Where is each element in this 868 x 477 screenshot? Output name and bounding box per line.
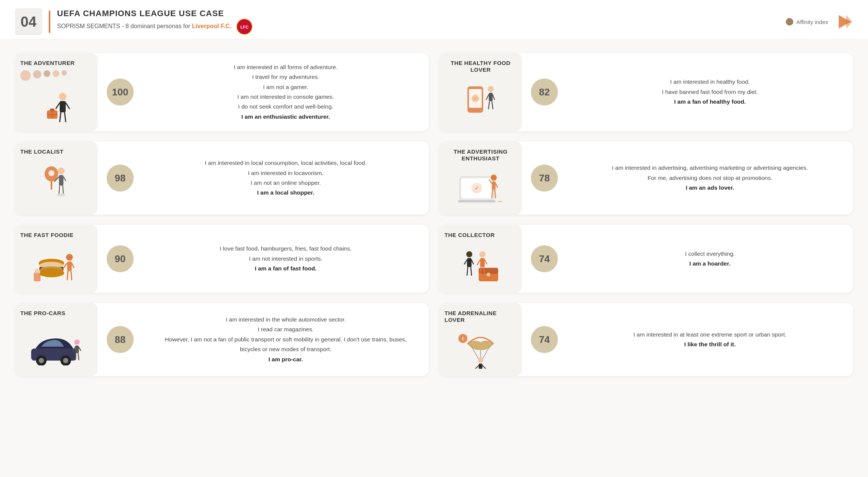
name-fast-foodie: THE FAST FOODIE (20, 232, 74, 238)
card-localist: THE LOCALIST 98 (15, 142, 429, 214)
header: 04 UEFA CHAMPIONS LEAGUE USE CASE SOPRIS… (0, 0, 868, 39)
svg-point-4 (59, 93, 66, 100)
svg-text:✓: ✓ (474, 96, 477, 101)
svg-line-54 (72, 263, 74, 267)
desc-localist: I am interested in local consumption, lo… (143, 149, 429, 207)
svg-rect-59 (37, 269, 38, 274)
score-fast-foodie: 90 (107, 245, 134, 272)
svg-line-93 (482, 365, 485, 368)
desc-fast-foodie: I love fast food, hamburgers, fries, fas… (143, 235, 429, 282)
svg-point-63 (487, 273, 490, 276)
name-pro-cars: THE PRO-CARS (20, 310, 65, 317)
illus-localist (20, 159, 92, 204)
svg-rect-28 (59, 175, 63, 186)
highlight-localist: I am a local shopper. (257, 189, 314, 196)
card-adrenaline: THE ADRENALINE LOVER (439, 303, 853, 376)
page-number: 04 (15, 8, 42, 35)
svg-point-18 (488, 86, 494, 92)
svg-line-32 (63, 186, 63, 194)
svg-point-27 (58, 168, 65, 174)
name-localist: THE LOCALIST (20, 148, 63, 155)
svg-line-56 (71, 271, 72, 280)
desc-adrenaline: I am interested in at least one extreme … (567, 321, 853, 359)
deco-circles (20, 70, 67, 81)
svg-line-92 (476, 365, 479, 368)
svg-marker-3 (846, 15, 852, 29)
svg-rect-71 (480, 258, 485, 267)
svg-rect-19 (489, 93, 493, 101)
svg-line-55 (67, 271, 68, 280)
illustration-healthy-food: THE HEALTHY FOOD LOVER ✓ (439, 53, 522, 131)
svg-rect-5 (60, 101, 66, 112)
illustration-pro-cars: THE PRO-CARS (15, 303, 98, 376)
score-advertising: 78 (531, 165, 558, 192)
svg-line-73 (485, 260, 487, 264)
name-advertising: THE ADVERTISING ENTHUSIAST (445, 148, 517, 162)
header-left: 04 UEFA CHAMPIONS LEAGUE USE CASE SOPRIS… (15, 8, 253, 35)
name-adrenaline: THE ADRENALINE LOVER (445, 310, 517, 323)
desc-healthy-food: I am interested in healthy food. I have … (567, 68, 853, 116)
svg-point-80 (63, 358, 68, 363)
illus-healthy-food: ✓ (445, 77, 517, 122)
illus-adventurer (20, 82, 92, 127)
illustration-fast-foodie: THE FAST FOODIE (15, 225, 98, 293)
svg-line-30 (63, 177, 66, 181)
header-divider (49, 11, 50, 33)
play-button[interactable] (835, 13, 853, 31)
svg-line-22 (488, 101, 490, 109)
score-adrenaline: 74 (531, 326, 558, 353)
name-adventurer: THE ADVENTURER (20, 60, 75, 66)
svg-text:✓: ✓ (475, 185, 479, 191)
highlight-collector: I am a hoarder. (689, 260, 730, 267)
svg-rect-91 (479, 364, 482, 369)
card-healthy-food: THE HEALTHY FOOD LOVER ✓ (439, 53, 853, 131)
score-adventurer: 100 (107, 78, 134, 106)
svg-line-68 (467, 267, 468, 275)
svg-point-25 (48, 170, 54, 176)
svg-line-31 (59, 186, 60, 194)
illustration-collector: THE COLLECTOR (439, 225, 522, 293)
name-collector: THE COLLECTOR (445, 232, 495, 238)
svg-rect-65 (467, 258, 472, 267)
svg-rect-58 (35, 269, 36, 274)
svg-line-7 (66, 103, 69, 109)
svg-line-66 (464, 260, 467, 264)
svg-line-8 (60, 112, 61, 122)
highlight-fast-foodie: I am a fan of fast food. (255, 265, 316, 272)
svg-line-23 (492, 101, 493, 109)
card-collector: THE COLLECTOR (439, 225, 853, 293)
svg-line-67 (472, 260, 473, 264)
svg-point-78 (39, 358, 44, 363)
lfc-badge: LFC (236, 18, 253, 35)
svg-line-42 (496, 183, 497, 187)
card-advertising: THE ADVERTISING ENTHUSIAST ✓ (439, 142, 853, 214)
score-pro-cars: 88 (107, 326, 134, 353)
affinity-dot (786, 18, 793, 26)
club-name: Liverpool F.C. (192, 23, 231, 29)
svg-line-86 (78, 353, 79, 360)
svg-line-20 (486, 95, 489, 100)
subtitle: SOPRISM SEGMENTS - 8 dominant personas f… (57, 18, 253, 35)
card-adventurer: THE ADVENTURER (15, 53, 429, 131)
svg-point-51 (66, 254, 73, 261)
highlight-advertising: I am an ads lover. (686, 184, 734, 191)
svg-line-44 (495, 190, 496, 198)
svg-point-64 (466, 251, 472, 257)
highlight-healthy-food: I am a fan of healthy food. (674, 98, 746, 105)
illus-pro-cars (20, 320, 92, 365)
svg-text:€: € (462, 336, 464, 341)
svg-point-50 (39, 269, 64, 277)
highlight-adventurer: I am an enthusiastic adventurer. (241, 113, 330, 120)
illus-advertising: ✓ (445, 166, 517, 211)
illustration-advertising: THE ADVERTISING ENTHUSIAST ✓ (439, 142, 522, 214)
svg-line-21 (493, 95, 494, 100)
svg-line-9 (65, 112, 66, 122)
highlight-pro-cars: I am pro-car. (268, 356, 303, 362)
illustration-adventurer: THE ADVENTURER (15, 53, 98, 131)
svg-point-81 (74, 340, 80, 345)
svg-text:LFC: LFC (240, 25, 248, 29)
svg-line-69 (471, 267, 472, 275)
svg-line-6 (56, 103, 60, 109)
score-localist: 98 (107, 165, 134, 192)
desc-advertising: I am interested in advertising, advertis… (567, 154, 853, 202)
